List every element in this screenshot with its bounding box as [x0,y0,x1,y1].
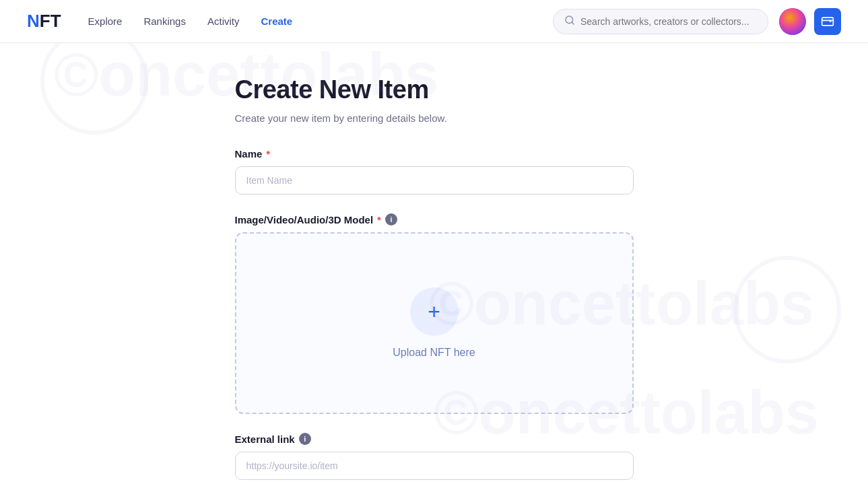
nav-create[interactable]: Create [261,15,292,27]
watermark-circle-2 [733,256,841,363]
avatar[interactable] [779,8,806,35]
upload-required: * [377,214,381,225]
nav-actions [779,8,841,35]
external-link-group: External link i [235,433,634,480]
navbar: NFT Explore Rankings Activity Create [0,0,868,43]
upload-plus-icon: + [428,301,440,322]
upload-label-inside: Upload NFT here [393,347,475,359]
logo[interactable]: NFT [27,11,61,32]
name-label: Name * [235,148,634,160]
upload-label: Image/Video/Audio/3D Model * i [235,213,634,225]
upload-dropzone[interactable]: + Upload NFT here [235,232,634,414]
page-subtitle: Create your new item by entering details… [235,112,634,124]
svg-rect-2 [822,18,834,26]
external-link-label-text: External link [235,433,295,445]
nav-links: Explore Rankings Activity Create [88,15,553,27]
nav-activity[interactable]: Activity [207,15,240,27]
upload-info-icon[interactable]: i [385,213,397,225]
name-label-text: Name [235,148,263,160]
search-input[interactable] [580,16,757,27]
upload-field-group: Image/Video/Audio/3D Model * i + Upload … [235,213,634,414]
logo-text: NFT [27,11,61,32]
external-link-input[interactable] [235,452,634,480]
logo-ft: FT [40,11,61,31]
name-input[interactable] [235,166,634,195]
svg-line-1 [572,22,574,24]
name-required: * [266,148,270,160]
wallet-button[interactable] [814,8,841,35]
search-bar[interactable] [553,9,768,34]
search-icon [564,15,575,28]
upload-plus-circle: + [410,287,459,336]
page-title: Create New Item [235,75,634,104]
logo-n: N [27,11,40,31]
name-field-group: Name * [235,148,634,195]
nav-rankings[interactable]: Rankings [143,15,186,27]
external-link-label: External link i [235,433,634,445]
main-content: Create New Item Create your new item by … [219,43,650,488]
external-link-info-icon[interactable]: i [299,433,311,445]
watermark-circle-1 [40,27,148,135]
avatar-image [779,8,806,35]
nav-explore[interactable]: Explore [88,15,123,27]
upload-label-text: Image/Video/Audio/3D Model [235,214,374,225]
